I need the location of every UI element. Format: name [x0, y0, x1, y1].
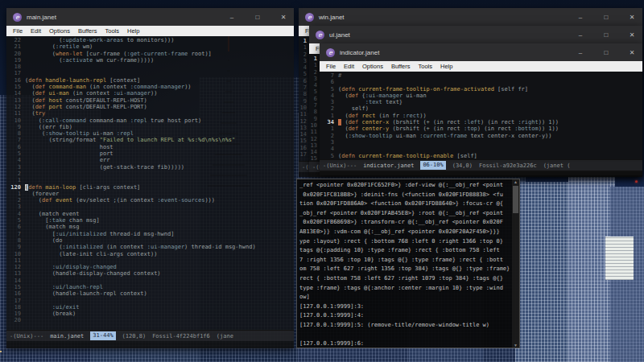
- close-button[interactable]: ✕: [628, 31, 636, 39]
- code-line[interactable]: 9 (:initialized (in context :ui-manager)…: [6, 244, 294, 250]
- maximize-button[interactable]: □: [602, 31, 610, 39]
- code-line[interactable]: 16(defn handle-launch-repl [context]: [6, 77, 294, 84]
- console-output[interactable]: _ref <pointer 0x020F1FC652F0>} :def-view…: [299, 181, 510, 346]
- titlebar[interactable]: e main.janet – □ ✕: [6, 8, 294, 26]
- menu-item-edit[interactable]: Edit: [340, 61, 358, 72]
- code-line[interactable]: 17: [6, 70, 294, 76]
- code-line[interactable]: 2 (def event (ev/select ;(in context :ev…: [6, 197, 294, 204]
- close-button[interactable]: ✕: [628, 14, 636, 21]
- code-line[interactable]: 8 (do: [6, 237, 294, 244]
- code-line[interactable]: 7 (string/format "Failed to launch REPL …: [6, 137, 294, 143]
- line-number: 1: [299, 44, 309, 51]
- line-number-gutter: 1123456789101112131415: [309, 55, 320, 161]
- close-button[interactable]: ✕: [628, 49, 636, 56]
- maximize-button[interactable]: □: [602, 49, 610, 56]
- code-line[interactable]: 18 :ui/exit: [6, 304, 294, 311]
- code-line[interactable]: 11 (try: [6, 110, 294, 117]
- code-line[interactable]: 19 (break): [6, 311, 294, 317]
- code-line[interactable]: 3 (get-stack-trace fib))))): [6, 164, 294, 171]
- code-line[interactable]: 4 (def {:ui-manager ui-man: [320, 93, 642, 99]
- titlebar[interactable]: e win.janet – □ ✕: [299, 8, 642, 26]
- code-line[interactable]: 15 :ui/launch-repl: [6, 284, 294, 290]
- code-line[interactable]: 120(defn main-loop [cli-args context]: [6, 184, 294, 191]
- menu-item-help[interactable]: Help: [436, 61, 456, 72]
- console-line: [127.0.0.1:9999]:6:: [299, 339, 510, 346]
- minimize-button[interactable]: –: [576, 14, 584, 21]
- code-line[interactable]: 6 (match msg: [6, 224, 294, 230]
- code-line[interactable]: 2 (:show-tooltip ui-man :current-frame t…: [320, 133, 642, 139]
- menu-item-buffers[interactable]: Buffers: [74, 26, 101, 36]
- mode-line: -(Unix)---indicator.janet06-10%(34,0)Fos…: [320, 159, 642, 171]
- code-text: (defn handle-launch-repl [context]: [25, 77, 140, 84]
- code-line[interactable]: 5 port: [6, 150, 294, 157]
- line-number-gutter: 11234567891011121314151617: [299, 37, 309, 161]
- maximize-button[interactable]: □: [602, 14, 610, 21]
- code-area[interactable]: 7#65(defn current-frame-tooltip-on-frame…: [320, 72, 642, 159]
- code-line[interactable]: 18: [6, 64, 294, 70]
- repl-console-window[interactable]: _ref <pointer 0x020F1FC652F0>} :def-view…: [296, 179, 520, 348]
- code-line[interactable]: 6 host: [6, 144, 294, 150]
- code-line[interactable]: 8 (:show-tooltip ui-man :repl: [6, 130, 294, 137]
- code-line[interactable]: 34 (def center-x (brshift (+ (in rect :l…: [320, 119, 642, 125]
- line-number: 4: [6, 157, 25, 163]
- titlebar[interactable]: e indicator.janet – □ ✕: [320, 43, 642, 61]
- code-line[interactable]: 13 (def host const/DEFAULT-REPL-HOST): [6, 97, 294, 104]
- menu-item-buffers[interactable]: Buffers: [387, 61, 415, 72]
- maximize-button[interactable]: □: [254, 14, 262, 21]
- code-line[interactable]: 3 :text text}: [320, 99, 642, 105]
- menu-item-file[interactable]: File: [322, 61, 340, 72]
- minimize-button[interactable]: –: [576, 31, 584, 39]
- menu-item-file[interactable]: File: [9, 26, 27, 36]
- menu-item-help[interactable]: Help: [123, 26, 143, 36]
- code-line[interactable]: 6: [320, 79, 642, 85]
- menu-item-tools[interactable]: Tools: [101, 26, 124, 36]
- code-line[interactable]: 12 (def port const/DEFAULT-REPL-PORT): [6, 104, 294, 110]
- code-line[interactable]: 10 (late-init cli-args context)): [6, 251, 294, 257]
- code-line[interactable]: 2: [6, 171, 294, 177]
- code-line[interactable]: 14 (def ui-man (in context :ui-manager)): [6, 90, 294, 97]
- code-line[interactable]: 4 (match event: [6, 211, 294, 217]
- code-line[interactable]: 3: [320, 139, 642, 146]
- menu-item-options[interactable]: Options: [45, 26, 74, 36]
- code-line[interactable]: 5 [:take chan msg]: [6, 217, 294, 224]
- scroll-down-icon[interactable]: ▼: [514, 343, 518, 348]
- minimize-button[interactable]: –: [576, 49, 584, 56]
- menu-item-edit[interactable]: Edit: [27, 26, 45, 36]
- code-line[interactable]: 3: [6, 204, 294, 210]
- minimize-button[interactable]: –: [228, 14, 236, 21]
- code-line[interactable]: 22 (:update-work-areas to monitors))): [6, 37, 294, 43]
- line-number: 14: [6, 278, 25, 284]
- code-line[interactable]: 20 (when-let [cur-frame (:get-current-fr…: [6, 51, 294, 57]
- scroll-up-icon[interactable]: ▲: [514, 179, 518, 184]
- code-line[interactable]: 4: [320, 146, 642, 152]
- code-line[interactable]: 15 (def command-man (in context :command…: [6, 84, 294, 90]
- code-line[interactable]: 9 ((err fib): [6, 124, 294, 130]
- close-button[interactable]: ✕: [279, 14, 287, 21]
- code-line[interactable]: 1: [6, 177, 294, 183]
- code-line[interactable]: 2 self): [320, 105, 642, 112]
- code-line[interactable]: 1 (def rect (in fr :rect)): [320, 113, 642, 119]
- code-line[interactable]: 19 (:activate wm cur-frame))))): [6, 57, 294, 64]
- code-line[interactable]: 7 [:ui/initialized thread-id msg-hwnd]: [6, 231, 294, 237]
- menu-item-options[interactable]: Options: [358, 61, 387, 72]
- code-line[interactable]: 11: [6, 257, 294, 264]
- code-line[interactable]: 5(defn current-frame-tooltip-enable [sel…: [320, 153, 642, 159]
- scrollbar-thumb[interactable]: [513, 186, 518, 213]
- code-line[interactable]: 14: [6, 278, 294, 284]
- code-line[interactable]: 12 :ui/display-changed: [6, 264, 294, 270]
- code-line[interactable]: 4 err: [6, 157, 294, 163]
- code-line[interactable]: 21 (:retile wm): [6, 43, 294, 50]
- code-line[interactable]: 1 (forever: [6, 191, 294, 197]
- code-line[interactable]: 7#: [320, 72, 642, 79]
- code-line[interactable]: 20: [6, 317, 294, 323]
- code-line[interactable]: 17: [6, 298, 294, 304]
- code-line[interactable]: 1 (def center-y (brshift (+ (in rect :to…: [320, 125, 642, 132]
- code-line[interactable]: 16 (handle-launch-repl context): [6, 290, 294, 297]
- console-line: [127.0.0.1:9999]:5: (remove-title/remove…: [299, 321, 510, 331]
- code-line[interactable]: 5(defn current-frame-tooltip-on-frame-ac…: [320, 86, 642, 93]
- code-area[interactable]: 22 (:update-work-areas to monitors)))21 …: [6, 36, 294, 330]
- titlebar[interactable]: e ui.janet – □ ✕: [309, 26, 642, 43]
- code-line[interactable]: 13 (handle-display-changed context): [6, 270, 294, 277]
- code-line[interactable]: 10 (:call-command command-man :repl true…: [6, 117, 294, 124]
- menu-item-tools[interactable]: Tools: [415, 61, 437, 72]
